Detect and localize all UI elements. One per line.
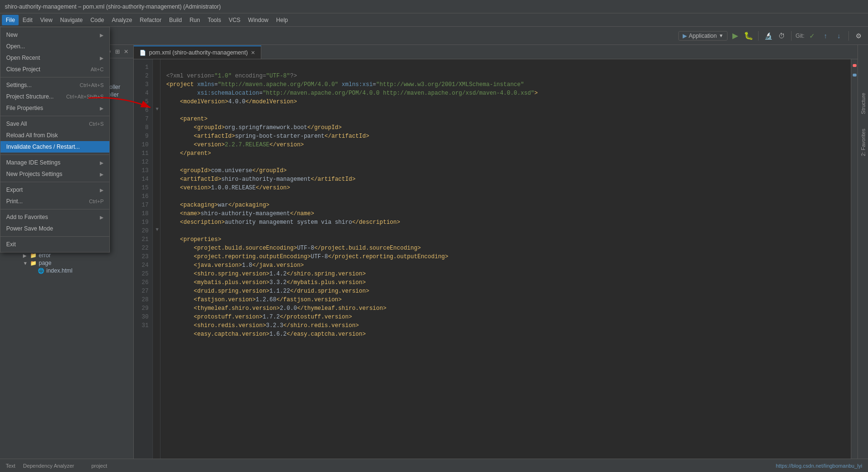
menu-file-properties-arrow: ▶ [100,106,104,111]
menu-add-favorites-arrow: ▶ [100,215,104,220]
menu-new-projects-settings-label: New Projects Settings [6,171,62,177]
menu-section-5: Export ▶ Print... Ctrl+P [0,182,109,209]
status-dep-analyzer[interactable]: Dependency Analyzer [23,463,74,469]
menu-manage-ide-label: Manage IDE Settings [6,159,60,166]
scroll-indicator-2 [853,74,857,77]
menu-view[interactable]: View [36,15,56,25]
tab-close-btn[interactable]: ✕ [251,50,255,56]
menu-exit-label: Exit [6,241,16,248]
tree-item-error[interactable]: 📁 error [0,252,133,259]
menu-window[interactable]: Window [244,15,272,25]
toolbar: ◀ ▶ ↺ ▶ Application ▼ ▶ 🐛 🔬 ⏱ Git: ✓ ↑ ↓… [0,27,868,45]
line-num-8: 8 [134,123,149,132]
file-menu-dropdown: New ▶ Open... Open Recent ▶ Close Projec… [0,27,110,252]
status-project: project [91,463,107,469]
menu-invalidate-caches[interactable]: Invalidate Caches / Restart... [0,141,109,153]
run-btn[interactable]: ▶ [729,30,741,42]
menu-edit[interactable]: Edit [19,15,36,25]
menu-power-save-label: Power Save Mode [6,225,53,232]
line-num-13: 13 [134,166,149,175]
menu-tools[interactable]: Tools [204,15,225,25]
status-text[interactable]: Text [6,463,15,469]
fold-gutter: ▼ ▼ [153,59,161,459]
git-pull-btn[interactable]: ↓ [833,30,845,42]
tree-item-index-html[interactable]: 🌐 index.html [0,267,133,274]
menu-save-all-label: Save All [6,121,27,127]
line-num-18: 18 [134,209,149,218]
folder-icon-error: 📁 [30,252,37,259]
menu-navigate[interactable]: Navigate [56,15,86,25]
fold-marker-20[interactable]: ▼ [155,227,160,232]
menu-new[interactable]: New ▶ [0,29,109,41]
menu-open-recent[interactable]: Open Recent ▶ [0,52,109,64]
tab-pom-xml[interactable]: 📄 pom.xml (shiro-authority-management) ✕ [134,45,261,59]
menu-close-project-label: Close Project [6,66,40,73]
tree-item-page[interactable]: 📁 page [0,259,133,267]
git-commit-btn[interactable]: ✓ [806,30,818,42]
menu-open[interactable]: Open... [0,41,109,52]
line-num-9: 9 [134,132,149,141]
menu-vcs[interactable]: VCS [225,15,245,25]
toolbar-sep-3 [791,31,792,41]
menu-new-projects-settings[interactable]: New Projects Settings ▶ [0,168,109,180]
menu-code[interactable]: Code [86,15,108,25]
menu-add-favorites[interactable]: Add to Favorites ▶ [0,211,109,223]
menu-export[interactable]: Export ▶ [0,184,109,196]
code-area[interactable]: <?xml version="1.0" encoding="UTF-8"?> <… [161,59,851,459]
line-num-12: 12 [134,158,149,166]
menu-add-favorites-label: Add to Favorites [6,214,48,220]
main-area: Project ⚙ ⊞ ✕ 📁 web 📁 controller [0,45,868,459]
tab-xml-icon: 📄 [139,50,146,56]
line-num-10: 10 [134,141,149,149]
menu-file[interactable]: File [2,15,19,25]
line-num-24: 24 [134,261,149,270]
menu-new-arrow: ▶ [100,33,104,38]
editor-content: 1 2 3 4 5 6 7 8 9 10 11 12 13 14 15 16 1… [134,59,857,459]
menu-analyze[interactable]: Analyze [108,15,136,25]
run-config-selector[interactable]: ▶ Application ▼ [678,31,728,41]
line-num-30: 30 [134,313,149,321]
menu-print[interactable]: Print... Ctrl+P [0,196,109,207]
run-config-arrow: ▼ [718,33,723,38]
menu-run[interactable]: Run [186,15,204,25]
sidebar-expand-icon[interactable]: ⊞ [114,47,121,56]
menu-invalidate-caches-label: Invalidate Caches / Restart... [6,143,80,150]
git-label: Git: [795,33,804,39]
settings-btn[interactable]: ⚙ [853,30,864,42]
right-label-favorites[interactable]: 2: Favorites [860,129,866,156]
menu-settings[interactable]: Settings... Ctrl+Alt+S [0,79,109,91]
line-num-21: 21 [134,235,149,244]
editor-tabs: 📄 pom.xml (shiro-authority-management) ✕ [134,45,857,59]
menu-save-all[interactable]: Save All Ctrl+S [0,118,109,130]
status-left: Text Dependency Analyzer project [6,463,107,469]
menu-build[interactable]: Build [165,15,186,25]
tree-label-page: page [39,260,52,266]
menu-project-structure[interactable]: Project Structure... Ctrl+Alt+Shift+S [0,91,109,102]
line-num-22: 22 [134,244,149,252]
menu-help[interactable]: Help [272,15,292,25]
debug-btn[interactable]: 🐛 [743,30,754,42]
editor-scrollbar[interactable] [851,59,857,459]
profile-btn[interactable]: ⏱ [776,30,787,42]
menu-exit[interactable]: Exit [0,239,109,250]
menu-print-label: Print... [6,198,23,205]
menu-file-properties[interactable]: File Properties ▶ [0,102,109,114]
coverage-btn[interactable]: 🔬 [762,30,774,42]
menu-refactor[interactable]: Refactor [136,15,165,25]
menu-power-save[interactable]: Power Save Mode [0,223,109,234]
tree-arrow-page [23,261,30,266]
line-num-15: 15 [134,184,149,192]
tree-arrow-error [23,253,30,258]
menu-open-label: Open... [6,43,25,50]
fold-marker-6[interactable]: ▼ [155,106,160,111]
menu-manage-ide[interactable]: Manage IDE Settings ▶ [0,157,109,168]
menu-reload-all[interactable]: Reload All from Disk [0,130,109,141]
git-push-btn[interactable]: ↑ [820,30,831,42]
sidebar-close-icon[interactable]: ✕ [123,47,129,56]
menu-export-arrow: ▶ [100,187,104,193]
right-label-structure[interactable]: Structure [860,93,866,114]
menu-close-project[interactable]: Close Project Alt+C [0,64,109,75]
toolbar-sep-4 [848,31,849,41]
menu-settings-label: Settings... [6,82,32,88]
line-num-1: 1 [134,63,149,72]
